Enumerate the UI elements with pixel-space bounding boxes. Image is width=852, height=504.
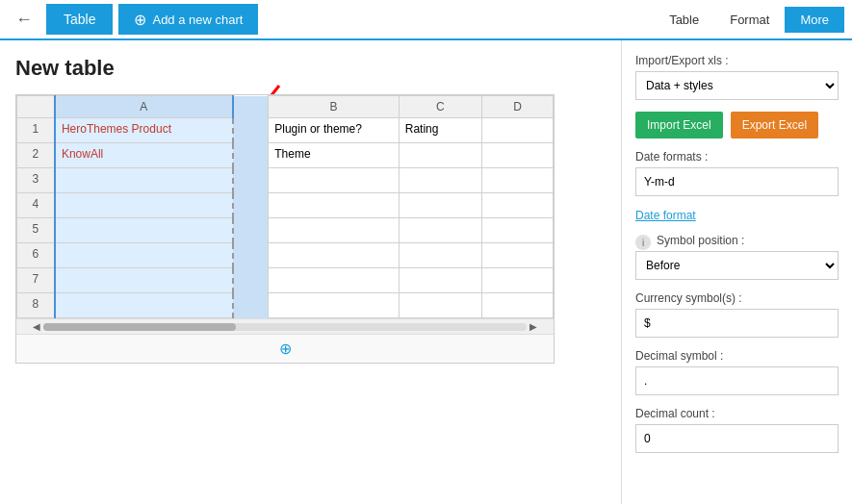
col-d-header[interactable]: D [482,96,554,118]
date-formats-label: Date formats : [635,150,839,164]
cell-col-b[interactable] [269,293,400,318]
back-button[interactable]: ← [8,6,40,34]
symbol-position-select[interactable]: Before After [635,251,839,280]
table-row[interactable]: 1HeroThemes ProductPlugin or theme?Ratin… [17,118,554,143]
cell-col-c[interactable] [399,168,481,193]
cell-col-d[interactable] [482,118,554,143]
horizontal-scrollbar[interactable]: ◀ ▶ [16,318,554,334]
table-row[interactable]: 7 [17,268,554,293]
scroll-left-arrow[interactable]: ◀ [30,321,43,332]
scroll-thumb[interactable] [43,323,236,331]
col-resize-handle[interactable] [233,268,269,293]
spreadsheet-container: A B C D 1HeroThemes ProductPlugin or the… [15,94,555,364]
row-number: 1 [17,118,55,143]
import-export-select-row: Data + styles Data only Styles only [635,71,839,100]
cell-col-a[interactable] [55,268,233,293]
decimal-count-input[interactable] [635,424,839,453]
cell-col-a[interactable] [55,293,233,318]
col-resize-handle[interactable] [233,243,269,268]
scroll-track [43,323,527,331]
col-resize-handle[interactable] [233,143,269,168]
col-resize-handle[interactable] [233,118,269,143]
currency-symbol-section: Currency symbol(s) : [635,291,839,338]
date-formats-section: Date formats : [635,150,839,196]
decimal-symbol-input[interactable] [635,366,839,395]
tab-table[interactable]: Table [654,7,714,33]
col-resize-handle[interactable] [233,193,269,218]
cell-col-d[interactable] [482,168,554,193]
table-row[interactable]: 4 [17,193,554,218]
cell-col-b[interactable]: Plugin or theme? [269,118,400,143]
table-row[interactable]: 5 [17,218,554,243]
col-a-handle[interactable] [233,96,269,118]
row-number: 4 [17,193,55,218]
tab-format[interactable]: Format [714,7,785,33]
add-chart-button[interactable]: ⊕ Add a new chart [118,4,258,35]
date-formats-input[interactable] [635,167,839,196]
cell-col-c[interactable] [399,243,481,268]
cell-col-a[interactable] [55,193,233,218]
toolbar: ← Table ⊕ Add a new chart Table Format M… [0,0,852,40]
cell-col-a[interactable] [55,168,233,193]
import-export-section: Import/Export xls : Data + styles Data o… [635,54,839,100]
table-row[interactable]: 2KnowAllTheme [17,143,554,168]
add-row-bar[interactable]: ⊕ [16,334,554,363]
cell-col-b[interactable] [269,193,400,218]
symbol-position-label: Symbol position : [657,234,744,247]
col-b-header[interactable]: B [269,96,400,118]
col-resize-handle[interactable] [233,293,269,318]
scroll-right-arrow[interactable]: ▶ [527,321,540,332]
cell-col-a[interactable]: HeroThemes Product [55,118,233,143]
cell-col-a[interactable]: KnowAll [55,143,233,168]
col-resize-handle[interactable] [233,168,269,193]
import-export-select[interactable]: Data + styles Data only Styles only [635,71,839,100]
cell-col-d[interactable] [482,243,554,268]
col-a-header[interactable]: A [55,96,233,118]
row-number: 8 [17,293,55,318]
table-row[interactable]: 8 [17,293,554,318]
cell-col-b[interactable] [269,268,400,293]
table-row[interactable]: 6 [17,243,554,268]
add-chart-label: Add a new chart [152,13,243,27]
right-panel: Import/Export xls : Data + styles Data o… [621,40,852,504]
cell-col-b[interactable] [269,218,400,243]
page-title: New table [15,56,606,81]
cell-col-b[interactable]: Theme [269,143,400,168]
cell-col-b[interactable] [269,168,400,193]
cell-col-b[interactable] [269,243,400,268]
cell-col-c[interactable] [399,218,481,243]
cell-col-c[interactable] [399,293,481,318]
decimal-symbol-section: Decimal symbol : [635,349,839,395]
export-excel-button[interactable]: Export Excel [731,112,818,139]
tab-more[interactable]: More [785,7,844,33]
back-icon: ← [15,10,33,29]
import-excel-button[interactable]: Import Excel [635,112,723,139]
cell-col-d[interactable] [482,268,554,293]
plus-icon: ⊕ [134,11,146,29]
cell-col-a[interactable] [55,218,233,243]
cell-col-d[interactable] [482,293,554,318]
cell-col-d[interactable] [482,218,554,243]
import-export-label: Import/Export xls : [635,54,839,67]
cell-col-a[interactable] [55,243,233,268]
cell-col-d[interactable] [482,143,554,168]
col-resize-handle[interactable] [233,218,269,243]
spreadsheet-table: A B C D 1HeroThemes ProductPlugin or the… [16,95,554,318]
right-tabs: Table Format More [654,7,844,33]
symbol-position-label-row: i Symbol position : [635,234,839,251]
left-panel: New table A B [0,40,621,504]
table-row[interactable]: 3 [17,168,554,193]
row-number: 5 [17,218,55,243]
symbol-position-info-icon[interactable]: i [635,235,651,250]
cell-col-c[interactable]: Rating [399,118,481,143]
table-tab-button[interactable]: Table [46,4,113,35]
cell-col-d[interactable] [482,193,554,218]
decimal-symbol-label: Decimal symbol : [635,349,839,363]
date-format-link[interactable]: Date format [635,209,696,222]
cell-col-c[interactable] [399,193,481,218]
cell-col-c[interactable] [399,268,481,293]
cell-col-c[interactable] [399,143,481,168]
date-format-link-row: Date format [635,208,839,222]
col-c-header[interactable]: C [399,96,481,118]
currency-symbol-input[interactable] [635,309,839,338]
